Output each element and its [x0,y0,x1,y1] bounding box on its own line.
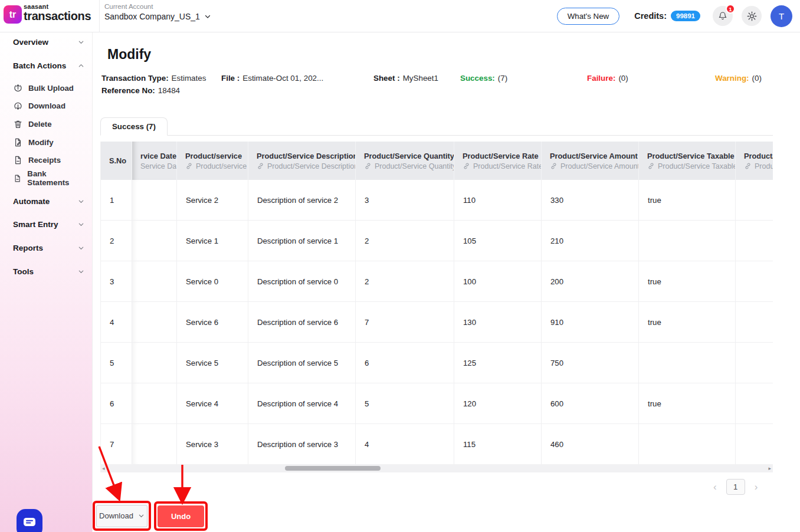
chevron-down-icon [78,198,84,205]
scroll-left-arrow[interactable]: ◂ [102,465,105,472]
download-icon [13,101,23,111]
document-icon [13,173,22,183]
tab-bar: Success (7) [100,117,773,136]
chevron-down-icon [138,513,145,519]
column-header: Product/SProduc [736,142,773,180]
sidebar-item-smart-entry[interactable]: Smart Entry [13,218,84,231]
notification-count-badge: 1 [726,4,735,14]
table-header-row: S.Norvice DateService DateProduct/servic… [101,142,773,180]
tab-success[interactable]: Success (7) [100,117,168,136]
table-cell [639,343,736,383]
sidebar-item-reports[interactable]: Reports [13,241,84,254]
sidebar-item-bank-statements[interactable]: Bank Statements [13,172,84,185]
scrollbar-thumb[interactable] [285,466,381,471]
table-cell: 1 [101,180,132,220]
table-cell [736,383,773,423]
column-header: Product/Service RateProduct/Service Rate [454,142,542,180]
meta-sheet: Sheet :MySheet1 [373,74,438,83]
table-cell [132,261,177,301]
chat-widget-button[interactable] [17,509,42,532]
meta-warning-count: Warning:(0) [715,74,762,83]
sidebar-item-modify[interactable]: Modify [13,136,84,149]
scroll-right-arrow[interactable]: ▸ [768,465,771,472]
chevron-down-icon [78,268,84,275]
link-icon [257,162,264,170]
notifications-button[interactable]: 1 [713,6,733,26]
table-cell: Service 4 [177,383,248,423]
table-body: 1Service 2Description of service 2311033… [101,180,773,465]
table-cell: true [639,180,736,220]
table-cell: Service 6 [177,302,248,342]
table-cell: 750 [542,343,639,383]
brand-name-large: transactions [24,9,91,23]
table-cell [132,302,177,342]
table-cell [132,383,177,423]
table-row: 5Service 5Description of service 5612575… [101,343,773,383]
chevron-down-icon [78,221,84,228]
link-icon [550,162,558,170]
account-name: Sandbox Company_US_1 [104,12,200,21]
pagination-page-1[interactable]: 1 [726,479,745,495]
sidebar-item-receipts[interactable]: Receipts [13,153,84,166]
table-cell: 115 [454,424,542,464]
pagination-next[interactable]: › [755,479,758,495]
table-cell [736,180,773,220]
table-cell: 460 [542,424,639,464]
sidebar-item-delete[interactable]: Delete [13,117,84,130]
table-cell: 3 [101,261,132,301]
table-cell: 4 [101,302,132,342]
sidebar-item-automate[interactable]: Automate [13,195,84,208]
download-button[interactable]: Download [96,505,147,527]
top-header: tr saasant transactions Current Account … [0,0,800,32]
app-logo[interactable]: tr [4,5,22,24]
table-cell: 910 [542,302,639,342]
trash-icon [13,119,23,129]
table-cell [132,343,177,383]
table-cell: 330 [542,180,639,220]
results-table: S.Norvice DateService DateProduct/servic… [100,142,773,465]
sidebar-item-overview[interactable]: Overview [13,35,84,48]
table-cell: 200 [542,261,639,301]
table-cell [132,424,177,464]
column-header: Product/Service TaxableProduct/Service T… [639,142,736,180]
table-cell [736,424,773,464]
table-row: 4Service 6Description of service 6713091… [101,302,773,343]
page-title: Modify [107,47,151,63]
table-cell: 100 [454,261,542,301]
file-edit-icon [13,137,23,147]
whats-new-button[interactable]: What's New [557,8,620,25]
user-avatar[interactable]: T [771,5,792,27]
link-icon [364,162,372,170]
undo-button[interactable]: Undo [158,505,204,527]
table-cell: true [639,383,736,423]
sidebar-item-tools[interactable]: Tools [13,265,84,278]
settings-button[interactable] [742,6,762,26]
table-cell: 7 [101,424,132,464]
table-cell [736,221,773,261]
link-icon [185,162,193,170]
link-icon [463,162,470,170]
sidebar-item-download[interactable]: Download [13,99,84,112]
table-cell: 3 [356,180,454,220]
pagination-prev[interactable]: ‹ [713,479,717,495]
table-cell [736,261,773,301]
chevron-up-icon [78,63,84,69]
meta-success-count: Success:(7) [460,74,507,83]
table-cell: 5 [356,383,454,423]
column-header: Product/Service AmountProduct/Service Am… [542,142,639,180]
table-cell: Service 3 [177,424,248,464]
sidebar-item-bulk-upload[interactable]: Bulk Upload [13,81,84,94]
brand: saasant transactions [24,3,91,23]
table-cell: Description of service 4 [248,383,356,423]
sidebar-item-batch-actions[interactable]: Batch Actions [13,59,84,72]
table-cell: 6 [101,383,132,423]
table-cell: Description of service 6 [248,302,356,342]
horizontal-scrollbar[interactable]: ◂ ▸ [100,464,773,472]
table-cell: true [639,302,736,342]
column-header: Product/Service DescriptionProduct/Servi… [248,142,356,180]
account-selector[interactable]: Current Account Sandbox Company_US_1 [104,3,211,21]
credits-label: Credits: [634,11,667,21]
table-cell: 2 [356,261,454,301]
link-icon [744,162,752,170]
table-cell: 125 [454,343,542,383]
